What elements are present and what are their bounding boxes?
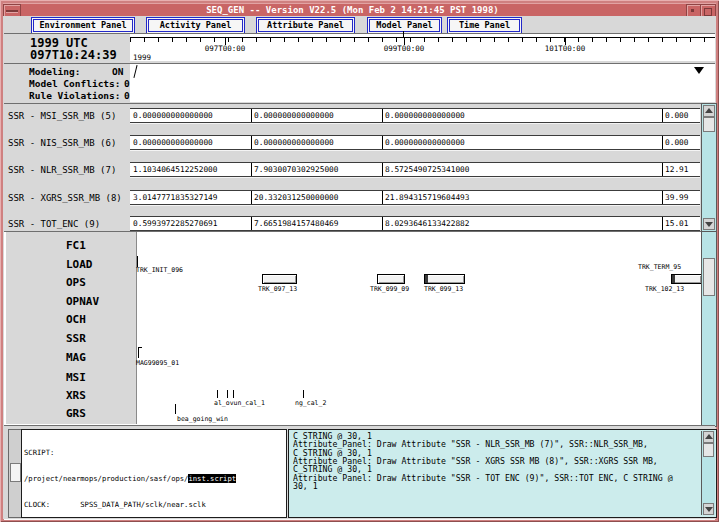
attr-value: 0.5993972285270691 xyxy=(133,219,218,228)
activity-bar[interactable] xyxy=(671,274,702,284)
attr-value: 15.01 xyxy=(665,219,688,228)
event-label[interactable]: ng_cal_2 xyxy=(295,399,326,407)
environment-panel-button[interactable]: Environment Panel xyxy=(31,17,135,34)
timeline-row-load: LOAD xyxy=(66,258,93,271)
event-label[interactable]: MAG99095_01 xyxy=(136,359,179,367)
cursor-time-value: 097T10:24:39 xyxy=(30,48,117,62)
event-tick xyxy=(227,390,228,398)
log-line: C_STRING @ 30, 1 xyxy=(293,449,700,457)
value-separator xyxy=(382,191,383,204)
script-path-line: /project/nearmops/production/sasf/ops/in… xyxy=(24,475,285,484)
event-label[interactable]: TRK_TERM_95 xyxy=(638,263,681,271)
value-separator xyxy=(662,136,663,149)
event-label[interactable]: TRK_099_09 xyxy=(370,285,409,293)
ruler-tick-label: 101T00:00 xyxy=(545,44,586,53)
attr-value: 0.000 xyxy=(665,111,688,120)
event-label[interactable]: bea_going_win xyxy=(177,415,228,423)
event-label[interactable]: TRK_099_13 xyxy=(424,285,463,293)
attr-row-label: SSR - XGRS_SSR_MB (8) xyxy=(8,193,122,203)
model-conflicts-value: 0 xyxy=(124,78,130,89)
attr-value-strip: 3.0147771835327149 20.332031250000000 21… xyxy=(130,190,700,205)
attr-value: 12.91 xyxy=(665,165,688,174)
event-label[interactable]: TRK_INIT_096 xyxy=(136,266,183,274)
attr-value: 0.000000000000000 xyxy=(133,111,213,120)
activity-bar[interactable] xyxy=(377,274,405,284)
activity-bar[interactable] xyxy=(262,274,297,284)
scrollbar-thumb[interactable] xyxy=(703,443,714,457)
scrollbar-thumb[interactable] xyxy=(703,258,715,296)
attr-value: 20.332031250000000 xyxy=(254,193,339,202)
attr-value: 3.0147771835327149 xyxy=(133,193,218,202)
event-label[interactable]: al_ovun_cal_1 xyxy=(214,399,265,407)
timeline-row-opnav: OPNAV xyxy=(66,295,99,308)
model-conflicts-label: Model Conflicts: xyxy=(29,78,121,89)
model-panel-button[interactable]: Model Panel xyxy=(367,17,442,34)
window-menu-icon xyxy=(6,10,18,12)
value-separator xyxy=(251,136,252,149)
timeline-row-mag: MAG xyxy=(66,351,86,364)
attr-value-strip: 0.000000000000000 0.000000000000000 0.00… xyxy=(130,108,700,123)
attr-value: 0.000000000000000 xyxy=(254,111,334,120)
timeline-scrollbar[interactable] xyxy=(701,231,717,427)
event-label[interactable]: TRK_102_13 xyxy=(645,285,684,293)
arrow-up-icon xyxy=(705,108,713,113)
attr-value: 8.5725490725341000 xyxy=(385,165,470,174)
timeline-row-ops: OPS xyxy=(66,276,86,289)
value-separator xyxy=(662,217,663,230)
minimize-icon xyxy=(691,9,694,12)
event-label[interactable]: TRK_097_13 xyxy=(258,285,297,293)
scroll-up-button[interactable] xyxy=(703,105,715,117)
attr-row-label: SSR - TOT_ENC (9) xyxy=(8,219,100,229)
modeling-track-area xyxy=(130,64,715,102)
attr-value-strip: 1.1034064512252000 7.9030070302925000 8.… xyxy=(130,162,700,177)
bar-notch xyxy=(672,275,675,283)
value-separator xyxy=(251,217,252,230)
attr-value: 7.6651984157480469 xyxy=(254,219,339,228)
attr-value: 8.0293646133422882 xyxy=(385,219,470,228)
attr-value: 0.000 xyxy=(665,138,688,147)
activity-panel-button[interactable]: Activity Panel xyxy=(146,17,245,34)
activity-bar[interactable] xyxy=(424,274,465,284)
modeling-label: Modeling: xyxy=(29,66,80,77)
scroll-down-button[interactable] xyxy=(703,218,715,230)
year-start-label: 1999 xyxy=(133,53,151,62)
attr-value-strip: 0.000000000000000 0.000000000000000 0.00… xyxy=(130,135,700,150)
attr-value: 0.000000000000000 xyxy=(385,138,465,147)
event-tick xyxy=(217,390,218,398)
time-panel-button[interactable]: Time Panel xyxy=(447,17,522,34)
attr-row-label: SSR - NLR_SSR_MB (7) xyxy=(8,165,116,175)
log-panel[interactable]: C_STRING @ 30, 1 Attribute_Panel: Draw A… xyxy=(288,429,717,518)
scrollbar-thumb[interactable] xyxy=(703,117,715,132)
value-separator xyxy=(251,109,252,122)
script-path-highlight[interactable]: inst.script xyxy=(188,474,236,483)
attr-value: 1.1034064512252000 xyxy=(133,165,218,174)
scroll-up-button[interactable] xyxy=(703,431,714,443)
timeline-row-xrs: XRS xyxy=(66,389,86,402)
attr-value: 39.99 xyxy=(665,193,688,202)
scroll-down-button[interactable] xyxy=(703,503,714,515)
log-scrollbar[interactable] xyxy=(701,431,715,515)
scrollbar-thumb[interactable] xyxy=(10,463,21,482)
script-path-prefix: /project/nearmops/production/sasf/ops/ xyxy=(24,474,188,483)
log-line: C_STRING @ 30, 1 xyxy=(293,432,700,440)
attr-value: 21.894315719604493 xyxy=(385,193,470,202)
event-tick xyxy=(303,390,304,398)
timeline-row-fc1: FC1 xyxy=(66,239,86,252)
rule-violations-value: 0 xyxy=(124,90,130,101)
end-marker-icon xyxy=(694,67,704,74)
attribute-scrollbar[interactable] xyxy=(701,103,717,232)
attr-value: 0.000000000000000 xyxy=(385,111,465,120)
timeline-row-ssr: SSR xyxy=(66,332,86,345)
timeline-row-grs: GRS xyxy=(66,407,86,420)
value-separator xyxy=(662,109,663,122)
script-info-panel[interactable]: SCRIPT: /project/nearmops/production/sas… xyxy=(21,429,287,518)
log-line: 30, 1 xyxy=(293,482,700,490)
app-window: SEQ_GEN -- Version V22.5 (Mon Feb 2 14:2… xyxy=(0,0,719,522)
ruler-tick-label: 097T00:00 xyxy=(205,44,246,53)
value-separator xyxy=(382,136,383,149)
time-cursor-icon[interactable] xyxy=(403,31,404,38)
attribute-panel-button[interactable]: Attribute Panel xyxy=(256,17,355,34)
value-separator xyxy=(662,191,663,204)
arrow-down-icon xyxy=(705,507,713,512)
value-separator xyxy=(382,217,383,230)
